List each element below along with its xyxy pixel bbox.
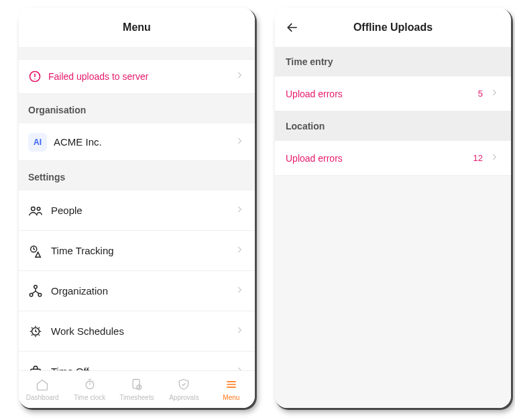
section-settings: Settings — [19, 161, 255, 191]
settings-time-off-label: Time Off — [51, 366, 235, 370]
settings-time-tracking-label: Time Tracking — [51, 245, 235, 256]
tab-menu[interactable]: Menu — [208, 371, 255, 408]
settings-work-schedules-row[interactable]: Work Schedules — [19, 311, 255, 352]
menu-screen: Menu Failed uploads to server Organisati… — [19, 8, 255, 408]
settings-people-row[interactable]: People — [19, 191, 255, 231]
org-row[interactable]: AI ACME Inc. — [19, 123, 255, 161]
tab-label: Timesheets — [119, 394, 154, 401]
chevron-right-icon — [490, 88, 500, 100]
tab-dashboard[interactable]: Dashboard — [19, 371, 66, 408]
offline-uploads-screen: Offline Uploads Time entry Upload errors… — [275, 8, 511, 408]
svg-point-4 — [37, 207, 40, 210]
organization-icon — [28, 284, 51, 299]
spacer — [19, 47, 255, 59]
people-icon — [28, 203, 51, 218]
svg-point-2 — [34, 78, 35, 79]
header: Menu — [19, 8, 255, 47]
tab-approvals[interactable]: Approvals — [160, 371, 207, 408]
org-name: ACME Inc. — [54, 136, 235, 148]
header-title: Menu — [123, 21, 151, 34]
location-errors-count: 12 — [473, 153, 483, 163]
failed-uploads-label: Failed uploads to server — [48, 71, 235, 82]
chevron-right-icon — [235, 285, 245, 297]
offline-uploads-content: Time entry Upload errors 5 Location Uplo… — [275, 47, 511, 408]
time-tracking-icon — [28, 244, 51, 258]
timesheet-icon — [130, 378, 144, 392]
chevron-right-icon — [235, 70, 245, 83]
settings-people-label: People — [51, 205, 235, 216]
shield-check-icon — [177, 378, 190, 392]
tab-label: Menu — [223, 394, 239, 401]
chevron-right-icon — [235, 205, 245, 217]
chevron-right-icon — [490, 152, 500, 164]
svg-point-6 — [34, 285, 38, 288]
org-avatar: AI — [28, 133, 47, 152]
svg-point-3 — [32, 207, 36, 211]
home-icon — [36, 378, 49, 392]
settings-time-off-row[interactable]: Time Off — [19, 352, 255, 370]
location-errors-label: Upload errors — [286, 153, 473, 164]
time-entry-errors-row[interactable]: Upload errors 5 — [275, 76, 511, 111]
tab-timesheets[interactable]: Timesheets — [113, 371, 160, 408]
time-entry-errors-count: 5 — [478, 89, 483, 99]
stopwatch-icon — [83, 378, 97, 392]
chevron-right-icon — [235, 245, 245, 257]
settings-organization-label: Organization — [51, 285, 235, 297]
chevron-right-icon — [235, 325, 245, 337]
settings-organization-row[interactable]: Organization — [19, 271, 255, 311]
time-off-icon — [28, 364, 51, 371]
settings-time-tracking-row[interactable]: Time Tracking — [19, 231, 255, 271]
tab-label: Time clock — [74, 394, 105, 401]
tab-label: Approvals — [169, 394, 198, 401]
tab-bar: Dashboard Time clock Timesheets Approval… — [19, 370, 255, 408]
chevron-right-icon — [235, 366, 245, 371]
chevron-right-icon — [235, 136, 245, 148]
back-button[interactable] — [284, 19, 300, 36]
svg-point-11 — [86, 381, 94, 389]
alert-icon — [28, 70, 46, 83]
section-location: Location — [275, 111, 511, 141]
time-entry-errors-label: Upload errors — [286, 89, 478, 99]
tab-label: Dashboard — [26, 394, 59, 401]
section-organisation: Organisation — [19, 94, 255, 123]
menu-icon — [225, 378, 238, 392]
header-title: Offline Uploads — [353, 21, 433, 34]
settings-work-schedules-label: Work Schedules — [51, 325, 235, 337]
failed-uploads-row[interactable]: Failed uploads to server — [19, 59, 255, 94]
location-errors-row[interactable]: Upload errors 12 — [275, 141, 511, 176]
tab-time-clock[interactable]: Time clock — [66, 371, 113, 408]
menu-content: Failed uploads to server Organisation AI… — [19, 47, 255, 370]
header: Offline Uploads — [275, 8, 511, 47]
section-time-entry: Time entry — [275, 47, 511, 76]
work-schedules-icon — [28, 324, 51, 339]
